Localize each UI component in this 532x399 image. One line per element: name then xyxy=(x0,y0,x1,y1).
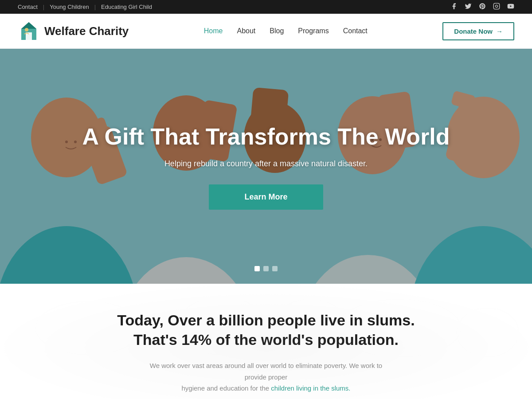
donate-arrow: → xyxy=(496,27,503,35)
hero-subtitle: Helping rebuild a country after a massiv… xyxy=(82,159,450,168)
hero-content: A Gift That Transforms The World Helping… xyxy=(38,123,494,210)
separator-2: | xyxy=(94,4,96,10)
young-children-toplink[interactable]: Young Children xyxy=(50,4,89,10)
donate-label: Donate Now xyxy=(454,27,493,35)
hero-title: A Gift That Transforms The World xyxy=(82,123,450,150)
stats-headline: Today, Over a billion people live in slu… xyxy=(35,310,497,349)
logo-icon xyxy=(18,20,40,42)
facebook-icon[interactable] xyxy=(450,3,458,11)
pinterest-icon[interactable] xyxy=(479,3,486,11)
slider-dot-2[interactable] xyxy=(263,266,269,271)
nav-programs[interactable]: Programs xyxy=(298,27,329,35)
youtube-icon[interactable] xyxy=(507,3,514,11)
stats-headline-line1: Today, Over a billion people live in slu… xyxy=(117,312,415,329)
stats-subtext-part1: We work over vast areas around all over … xyxy=(150,362,382,381)
slider-dot-1[interactable] xyxy=(254,266,260,271)
nav-home[interactable]: Home xyxy=(204,27,223,35)
hero-section: A Gift That Transforms The World Helping… xyxy=(0,49,532,284)
educating-girl-toplink[interactable]: Educating Girl Child xyxy=(101,4,152,10)
logo-area[interactable]: Welfare Charity xyxy=(18,20,129,42)
nav-about[interactable]: About xyxy=(237,27,255,35)
svg-rect-0 xyxy=(493,3,499,9)
stats-subtext-part2-prefix: hygiene and education for the xyxy=(181,384,271,392)
nav-blog[interactable]: Blog xyxy=(270,27,284,35)
social-icons xyxy=(450,3,514,11)
stats-headline-line2: That's 14% of the world's population. xyxy=(133,331,399,348)
stats-subtext: We work over vast areas around all over … xyxy=(142,360,390,394)
twitter-icon[interactable] xyxy=(465,3,472,11)
learn-more-button[interactable]: Learn More xyxy=(209,184,323,210)
slider-dot-3[interactable] xyxy=(272,266,278,271)
logo-text: Welfare Charity xyxy=(44,24,129,38)
instagram-icon[interactable] xyxy=(493,3,500,11)
nav-contact[interactable]: Contact xyxy=(343,27,368,35)
stats-subtext-highlight: children living in the slums. xyxy=(271,384,350,392)
svg-marker-4 xyxy=(21,22,36,29)
top-bar: Contact | Young Children | Educating Gir… xyxy=(0,0,532,14)
top-bar-links: Contact | Young Children | Educating Gir… xyxy=(18,4,152,10)
contact-toplink[interactable]: Contact xyxy=(18,4,38,10)
site-header: Welfare Charity Home About Blog Programs… xyxy=(0,14,532,49)
main-nav: Home About Blog Programs Contact xyxy=(204,27,368,35)
svg-point-6 xyxy=(25,28,28,31)
donate-button[interactable]: Donate Now → xyxy=(442,22,514,40)
separator-1: | xyxy=(43,4,44,10)
slider-dots xyxy=(254,266,278,271)
stats-section: Today, Over a billion people live in slu… xyxy=(0,284,532,399)
